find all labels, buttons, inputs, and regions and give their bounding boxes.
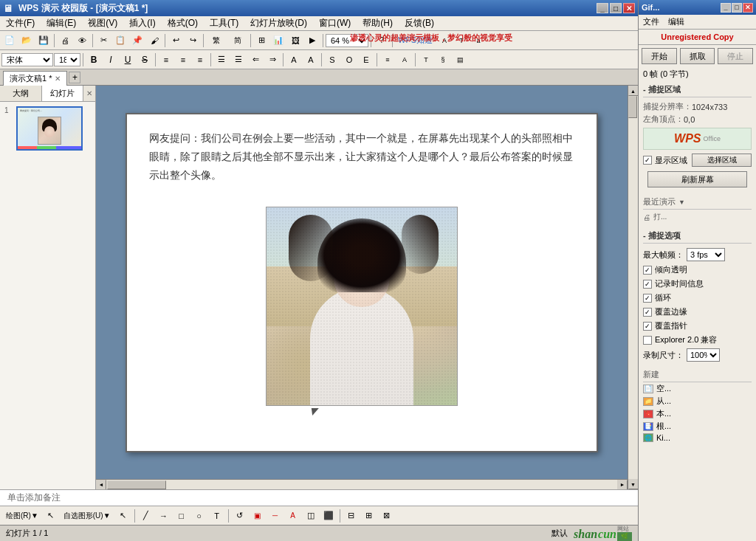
print-btn[interactable]: 🖨 <box>57 32 73 49</box>
slide-text[interactable]: 网友提问：我们公司在例会上要一些活动，其中一个就是，在屏幕先出现某个人的头部照相… <box>127 114 597 200</box>
preview-btn[interactable]: 👁 <box>74 32 90 49</box>
shapes-btn[interactable]: 自选图形(U)▼ <box>61 508 114 524</box>
underline-btn[interactable]: U <box>120 52 136 68</box>
char-spacing-btn[interactable]: A <box>396 52 413 68</box>
gif-minimize-btn[interactable]: _ <box>721 3 731 13</box>
menu-window[interactable]: 窗口(W) <box>313 15 357 31</box>
font-size-select[interactable]: 18 12 14 16 20 24 <box>54 53 80 66</box>
menu-view[interactable]: 视图(V) <box>82 15 123 31</box>
scroll-down-btn[interactable]: ▼ <box>628 479 639 489</box>
gif-menu-edit[interactable]: 编辑 <box>664 15 689 29</box>
minimize-button[interactable]: _ <box>597 3 608 13</box>
extra-format-btn2[interactable]: § <box>435 52 451 68</box>
outline-btn[interactable]: O <box>341 52 357 68</box>
copy-btn[interactable]: 📋 <box>112 32 128 49</box>
font-color-btn[interactable]: A <box>286 52 302 68</box>
menu-feedback[interactable]: 反馈(B) <box>399 15 440 31</box>
scroll-v-thumb[interactable] <box>628 96 637 118</box>
align-btn[interactable]: ⊟ <box>343 508 360 524</box>
recent-print-item[interactable]: 🖨 打... <box>643 210 752 224</box>
ellipse-btn[interactable]: ○ <box>191 508 207 524</box>
record-size-select[interactable]: 100% 75% 50% <box>687 348 720 362</box>
simp-trad-btn[interactable]: 简 <box>227 32 248 49</box>
insert-table-btn[interactable]: ⊞ <box>253 32 269 49</box>
cursor-tool[interactable]: ↖ <box>115 508 131 524</box>
scroll-up-btn[interactable]: ▲ <box>628 86 639 96</box>
main-tab[interactable]: 演示文稿1 * ✕ <box>3 71 67 86</box>
option5-checkbox[interactable] <box>643 322 652 331</box>
textbox-btn[interactable]: T <box>209 508 225 524</box>
scroll-left-btn[interactable]: ◄ <box>96 480 106 490</box>
extra-format-btn1[interactable]: T <box>418 52 434 68</box>
menu-tools[interactable]: 工具(T) <box>204 15 244 31</box>
bullet-list-btn[interactable]: ☰ <box>213 52 230 68</box>
new-tab-button[interactable]: + <box>69 72 80 83</box>
new-item-5[interactable]: 🌐 Ki... <box>643 433 752 443</box>
close-button[interactable]: ✕ <box>623 3 635 13</box>
font-color-btn2[interactable]: A <box>285 508 301 524</box>
align-left-btn[interactable]: ≡ <box>158 52 174 68</box>
line-color-btn[interactable]: ─ <box>267 508 284 524</box>
notes-bar[interactable]: 单击添加备注 <box>0 489 638 506</box>
redo-btn[interactable]: ↪ <box>185 32 201 49</box>
trad-simp-btn[interactable]: 繁 <box>206 32 227 49</box>
option6-checkbox[interactable] <box>643 336 652 345</box>
save-btn[interactable]: 💾 <box>35 32 52 49</box>
rotate-btn[interactable]: ↺ <box>232 508 248 524</box>
menu-file[interactable]: 文件(F) <box>0 15 41 31</box>
draw-menu-btn[interactable]: 绘图(R)▼ <box>3 508 41 524</box>
gif-start-btn[interactable]: 开始 <box>642 48 677 64</box>
option3-checkbox[interactable] <box>643 294 652 303</box>
new-item-4[interactable]: 📑 根... <box>643 420 752 433</box>
fps-select[interactable]: 3 fps 5 fps 10 fps <box>687 248 725 261</box>
menu-edit[interactable]: 编辑(E) <box>41 15 82 31</box>
scroll-h-thumb[interactable] <box>107 480 166 489</box>
align-center-btn[interactable]: ≡ <box>175 52 191 68</box>
font-name-select[interactable]: 宋体 <box>1 53 53 66</box>
extra-format-btn3[interactable]: ▤ <box>452 52 468 68</box>
slide-thumbnail-1[interactable]: 1 网友提问：我们公司... <box>3 105 92 152</box>
text-highlight-btn[interactable]: A <box>303 52 319 68</box>
shadow-btn[interactable]: S <box>324 52 340 68</box>
3d-btn[interactable]: ⬛ <box>320 508 337 524</box>
select-region-btn[interactable]: 选择区域 <box>692 154 752 167</box>
new-item-1[interactable]: 📄 空... <box>643 382 752 395</box>
strikethrough-btn[interactable]: S <box>137 52 153 68</box>
maximize-button[interactable]: □ <box>610 3 622 13</box>
format-painter-btn[interactable]: 🖌 <box>146 32 162 49</box>
scroll-h-track[interactable] <box>106 480 617 490</box>
arrow-btn[interactable]: → <box>156 508 172 524</box>
menu-slideshow[interactable]: 幻灯片放映(D) <box>244 15 313 31</box>
slide-canvas[interactable]: 网友提问：我们公司在例会上要一些活动，其中一个就是，在屏幕先出现某个人的头部照相… <box>126 113 598 452</box>
scroll-v-track[interactable] <box>628 96 639 479</box>
line-btn[interactable]: ╱ <box>138 508 154 524</box>
emboss-btn[interactable]: E <box>358 52 374 68</box>
option4-checkbox[interactable] <box>643 308 652 317</box>
insert-chart-btn[interactable]: 📊 <box>270 32 286 49</box>
line-spacing-btn[interactable]: ≡ <box>379 52 396 68</box>
select-btn[interactable]: ↖ <box>43 508 59 524</box>
option1-checkbox[interactable] <box>643 266 652 275</box>
gif-stop-btn[interactable]: 停止 <box>718 48 753 64</box>
insert-media-btn[interactable]: ▶ <box>304 32 320 49</box>
shadow-style-btn[interactable]: ◫ <box>303 508 319 524</box>
distribute-btn[interactable]: ⊞ <box>361 508 377 524</box>
main-tab-close[interactable]: ✕ <box>55 75 61 83</box>
paste-btn[interactable]: 📌 <box>129 32 145 49</box>
outline-tab[interactable]: 大纲 <box>0 86 42 101</box>
menu-help[interactable]: 帮助(H) <box>357 15 399 31</box>
gif-close-btn[interactable]: ✕ <box>743 3 753 13</box>
undo-btn[interactable]: ↩ <box>168 32 184 49</box>
italic-btn[interactable]: I <box>103 52 119 68</box>
new-item-2[interactable]: 📁 从... <box>643 395 752 407</box>
menu-insert[interactable]: 插入(I) <box>123 15 161 31</box>
group-btn[interactable]: ⊠ <box>379 508 395 524</box>
new-item-3[interactable]: 🔖 本... <box>643 407 752 420</box>
rect-btn[interactable]: □ <box>173 508 190 524</box>
align-right-btn[interactable]: ≡ <box>192 52 208 68</box>
menu-format[interactable]: 格式(O) <box>162 15 204 31</box>
slides-tab[interactable]: 幻灯片 <box>42 86 84 101</box>
new-btn[interactable]: 📄 <box>1 32 18 49</box>
refresh-screen-btn[interactable]: 刷新屏幕 <box>647 171 747 187</box>
display-region-checkbox[interactable] <box>643 156 652 165</box>
